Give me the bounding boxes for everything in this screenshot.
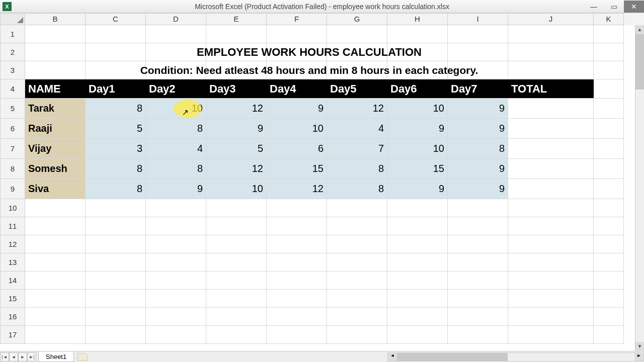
table-header-day1[interactable]: Day1 bbox=[86, 79, 146, 99]
cell-H1[interactable] bbox=[387, 25, 448, 43]
data-cell[interactable]: 9 bbox=[146, 179, 206, 199]
employee-name[interactable]: Tarak bbox=[25, 99, 86, 119]
cell-J6[interactable] bbox=[508, 119, 594, 139]
cell-I10[interactable] bbox=[448, 199, 508, 217]
cell-E11[interactable] bbox=[206, 217, 267, 235]
cell-D12[interactable] bbox=[146, 235, 206, 253]
cell-grid[interactable]: EMPLOYEE WORK HOURS CALCULATIONCondition… bbox=[25, 25, 644, 351]
cell-K3[interactable] bbox=[594, 61, 624, 79]
cell-E14[interactable] bbox=[206, 272, 267, 290]
col-header-B[interactable]: B bbox=[25, 13, 86, 25]
data-cell[interactable]: 9 bbox=[448, 179, 508, 199]
sheet-tab[interactable]: Sheet1 bbox=[38, 352, 74, 362]
sheet-nav-prev[interactable]: ◄ bbox=[9, 352, 18, 361]
data-cell[interactable]: 4 bbox=[146, 139, 206, 159]
data-cell[interactable]: 12 bbox=[327, 99, 387, 119]
cell-K11[interactable] bbox=[594, 217, 624, 235]
data-cell[interactable]: 9 bbox=[387, 119, 448, 139]
cell-E15[interactable] bbox=[206, 290, 267, 308]
cell-F12[interactable] bbox=[267, 235, 327, 253]
cell-K12[interactable] bbox=[594, 235, 624, 253]
cell-H14[interactable] bbox=[387, 272, 448, 290]
cell-K10[interactable] bbox=[594, 199, 624, 217]
row-header-7[interactable]: 7 bbox=[0, 139, 25, 159]
row-header-15[interactable]: 15 bbox=[0, 290, 25, 308]
cell-H15[interactable] bbox=[387, 290, 448, 308]
data-cell[interactable]: 10 bbox=[206, 179, 267, 199]
data-cell[interactable]: 9 bbox=[448, 99, 508, 119]
cell-I13[interactable] bbox=[448, 253, 508, 272]
cell-H10[interactable] bbox=[387, 199, 448, 217]
cell-D16[interactable] bbox=[146, 308, 206, 326]
cell-H12[interactable] bbox=[387, 235, 448, 253]
cell-K4[interactable] bbox=[594, 79, 624, 99]
cell-D15[interactable] bbox=[146, 290, 206, 308]
col-header-C[interactable]: C bbox=[86, 13, 146, 25]
cell-J1[interactable] bbox=[508, 25, 594, 43]
col-header-G[interactable]: G bbox=[327, 13, 387, 25]
cell-K15[interactable] bbox=[594, 290, 624, 308]
cell-C14[interactable] bbox=[86, 272, 146, 290]
row-header-1[interactable]: 1 bbox=[0, 25, 25, 43]
cell-K1[interactable] bbox=[594, 25, 624, 43]
new-sheet-button[interactable] bbox=[77, 353, 88, 361]
row-header-17[interactable]: 17 bbox=[0, 326, 25, 344]
col-header-E[interactable]: E bbox=[206, 13, 267, 25]
cell-K14[interactable] bbox=[594, 272, 624, 290]
data-cell[interactable]: 9 bbox=[206, 119, 267, 139]
cell-E12[interactable] bbox=[206, 235, 267, 253]
employee-name[interactable]: Somesh bbox=[25, 159, 86, 179]
data-cell[interactable]: 8 bbox=[448, 139, 508, 159]
cell-D10[interactable] bbox=[146, 199, 206, 217]
cell-J5[interactable] bbox=[508, 99, 594, 119]
cell-H11[interactable] bbox=[387, 217, 448, 235]
hscroll-thumb[interactable] bbox=[397, 353, 508, 361]
cell-D17[interactable] bbox=[146, 326, 206, 344]
cell-I16[interactable] bbox=[448, 308, 508, 326]
col-header-H[interactable]: H bbox=[387, 13, 448, 25]
data-cell[interactable]: 12 bbox=[206, 99, 267, 119]
cell-E10[interactable] bbox=[206, 199, 267, 217]
data-cell[interactable]: 10 bbox=[146, 99, 206, 119]
cell-G11[interactable] bbox=[327, 217, 387, 235]
sheet-title[interactable]: EMPLOYEE WORK HOURS CALCULATION bbox=[25, 43, 594, 61]
cell-J13[interactable] bbox=[508, 253, 594, 272]
cell-F17[interactable] bbox=[267, 326, 327, 344]
data-cell[interactable]: 3 bbox=[86, 139, 146, 159]
cell-J9[interactable] bbox=[508, 179, 594, 199]
cell-B1[interactable] bbox=[25, 25, 86, 43]
table-header-day2[interactable]: Day2 bbox=[146, 79, 206, 99]
cell-K7[interactable] bbox=[594, 139, 624, 159]
cell-G14[interactable] bbox=[327, 272, 387, 290]
row-header-16[interactable]: 16 bbox=[0, 308, 25, 326]
cell-J10[interactable] bbox=[508, 199, 594, 217]
cell-J16[interactable] bbox=[508, 308, 594, 326]
cell-K17[interactable] bbox=[594, 326, 624, 344]
horizontal-scrollbar[interactable]: ◄ ► bbox=[387, 352, 644, 361]
col-header-F[interactable]: F bbox=[267, 13, 327, 25]
col-header-I[interactable]: I bbox=[448, 13, 508, 25]
table-header-day6[interactable]: Day6 bbox=[387, 79, 448, 99]
row-header-3[interactable]: 3 bbox=[0, 61, 25, 79]
row-header-5[interactable]: 5 bbox=[0, 99, 25, 119]
cell-H16[interactable] bbox=[387, 308, 448, 326]
cell-B15[interactable] bbox=[25, 290, 86, 308]
cell-E16[interactable] bbox=[206, 308, 267, 326]
scroll-right-button[interactable]: ► bbox=[634, 353, 643, 361]
col-header-K[interactable]: K bbox=[594, 13, 624, 25]
table-header-day7[interactable]: Day7 bbox=[448, 79, 508, 99]
select-all-corner[interactable] bbox=[0, 13, 25, 25]
vertical-scrollbar[interactable]: ▲ ▼ bbox=[635, 25, 644, 351]
data-cell[interactable]: 8 bbox=[86, 99, 146, 119]
data-cell[interactable]: 5 bbox=[206, 139, 267, 159]
cell-C17[interactable] bbox=[86, 326, 146, 344]
data-cell[interactable]: 6 bbox=[267, 139, 327, 159]
cell-D14[interactable] bbox=[146, 272, 206, 290]
scroll-left-button[interactable]: ◄ bbox=[388, 353, 397, 361]
cell-K2[interactable] bbox=[594, 43, 624, 61]
cell-I1[interactable] bbox=[448, 25, 508, 43]
sheet-nav-next[interactable]: ► bbox=[18, 352, 27, 361]
data-cell[interactable]: 10 bbox=[387, 139, 448, 159]
cell-J11[interactable] bbox=[508, 217, 594, 235]
row-header-14[interactable]: 14 bbox=[0, 272, 25, 290]
